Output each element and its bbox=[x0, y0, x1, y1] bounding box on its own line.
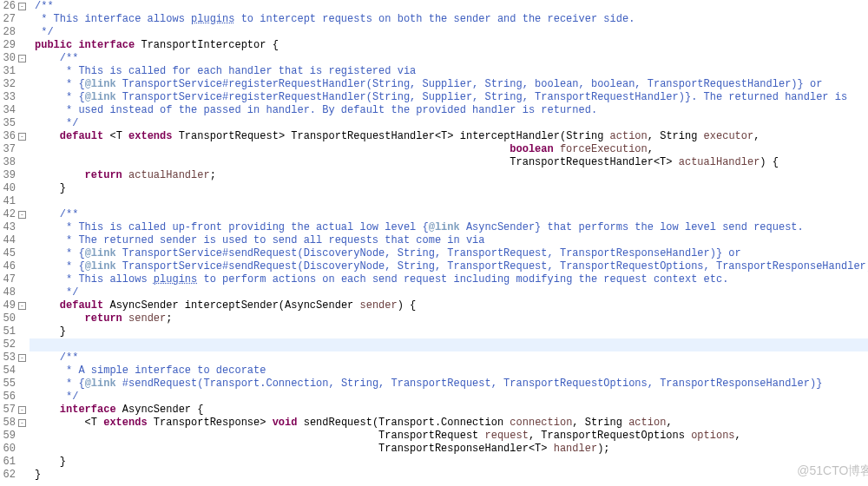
code-line[interactable]: * The returned sender is used to send al… bbox=[30, 234, 868, 247]
code-line[interactable]: * This is called for each handler that i… bbox=[30, 65, 868, 78]
code-line[interactable]: return sender; bbox=[30, 312, 868, 325]
code-line[interactable]: */ bbox=[30, 26, 868, 39]
code-line[interactable]: * This allows plugins to perform actions… bbox=[30, 273, 868, 286]
fold-icon[interactable]: - bbox=[18, 419, 26, 427]
code-line[interactable]: TransportRequestHandler<T> actualHandler… bbox=[30, 156, 868, 169]
fold-icon[interactable]: - bbox=[18, 302, 26, 310]
line-number: 52 bbox=[0, 338, 26, 351]
line-number: 49- bbox=[0, 299, 26, 312]
line-number: 57- bbox=[0, 404, 26, 417]
line-number: 31 bbox=[0, 65, 26, 78]
code-line[interactable]: * {@link TransportService#sendRequest(Di… bbox=[30, 260, 868, 273]
code-line[interactable]: } bbox=[30, 456, 868, 469]
line-number: 34 bbox=[0, 104, 26, 117]
code-line[interactable]: * used instead of the passed in handler.… bbox=[30, 104, 868, 117]
code-line[interactable]: TransportResponseHandler<T> handler); bbox=[30, 443, 868, 456]
code-line[interactable]: return actualHandler; bbox=[30, 169, 868, 182]
code-line[interactable]: interface AsyncSender { bbox=[30, 404, 868, 417]
code-line[interactable]: <T extends TransportResponse> void sendR… bbox=[30, 417, 868, 430]
line-number: 47 bbox=[0, 273, 26, 286]
line-number: 35 bbox=[0, 117, 26, 130]
line-number: 32 bbox=[0, 78, 26, 91]
line-number: 28 bbox=[0, 26, 26, 39]
fold-icon[interactable]: - bbox=[18, 406, 26, 414]
fold-icon[interactable]: - bbox=[18, 133, 26, 141]
code-line[interactable]: /** bbox=[30, 208, 868, 221]
line-number: 62 bbox=[0, 469, 26, 482]
fold-icon[interactable]: - bbox=[18, 211, 26, 219]
line-number: 42- bbox=[0, 208, 26, 221]
line-number: 38 bbox=[0, 156, 26, 169]
line-number: 43 bbox=[0, 221, 26, 234]
line-number: 61 bbox=[0, 456, 26, 469]
line-number: 27 bbox=[0, 13, 26, 26]
code-line[interactable]: default AsyncSender interceptSender(Asyn… bbox=[30, 299, 868, 312]
code-line[interactable]: * This is called up-front providing the … bbox=[30, 221, 868, 234]
line-number: 46 bbox=[0, 260, 26, 273]
line-number: 45 bbox=[0, 247, 26, 260]
code-line[interactable]: default <T extends TransportRequest> Tra… bbox=[30, 130, 868, 143]
code-line[interactable] bbox=[30, 338, 868, 351]
line-number: 48 bbox=[0, 286, 26, 299]
code-line[interactable]: * {@link TransportService#sendRequest(Di… bbox=[30, 247, 868, 260]
watermark: @51CTO博客 bbox=[797, 463, 868, 479]
line-number: 53- bbox=[0, 351, 26, 364]
line-number: 26- bbox=[0, 0, 26, 13]
fold-icon[interactable]: - bbox=[18, 55, 26, 62]
code-line[interactable]: boolean forceExecution, bbox=[30, 143, 868, 156]
line-number: 54 bbox=[0, 364, 26, 378]
code-line[interactable]: /** bbox=[30, 0, 868, 13]
line-number: 36- bbox=[0, 130, 26, 143]
code-line[interactable]: * This interface allows plugins to inter… bbox=[30, 13, 868, 26]
line-number: 59 bbox=[0, 430, 26, 443]
line-number: 39 bbox=[0, 169, 26, 182]
line-number: 44 bbox=[0, 234, 26, 247]
code-line[interactable]: } bbox=[30, 469, 868, 482]
code-editor: 26-27282930-313233343536-373839404142-43… bbox=[0, 0, 868, 486]
fold-icon[interactable]: - bbox=[18, 3, 26, 10]
line-number: 33 bbox=[0, 91, 26, 104]
code-line[interactable]: */ bbox=[30, 117, 868, 130]
line-number: 51 bbox=[0, 325, 26, 338]
code-line[interactable]: /** bbox=[30, 351, 868, 364]
code-line[interactable]: /** bbox=[30, 52, 868, 65]
line-number: 58- bbox=[0, 417, 26, 430]
line-number: 55 bbox=[0, 378, 26, 391]
line-number: 30- bbox=[0, 52, 26, 65]
line-number: 37 bbox=[0, 143, 26, 156]
line-number: 41 bbox=[0, 195, 26, 208]
code-line[interactable]: */ bbox=[30, 391, 868, 404]
code-line[interactable]: } bbox=[30, 182, 868, 195]
code-line[interactable]: * {@link #sendRequest(Transport.Connecti… bbox=[30, 378, 868, 391]
line-number: 29 bbox=[0, 39, 26, 52]
code-line[interactable]: TransportRequest request, TransportReque… bbox=[30, 430, 868, 443]
code-line[interactable]: public interface TransportInterceptor { bbox=[30, 39, 868, 52]
code-line[interactable]: * {@link TransportService#registerReques… bbox=[30, 78, 868, 91]
line-number: 50 bbox=[0, 312, 26, 325]
line-number: 60 bbox=[0, 443, 26, 456]
code-line[interactable]: */ bbox=[30, 286, 868, 299]
line-gutter: 26-27282930-313233343536-373839404142-43… bbox=[0, 0, 30, 486]
code-line[interactable] bbox=[30, 195, 868, 208]
code-line[interactable]: * A simple interface to decorate bbox=[30, 364, 868, 378]
line-number: 40 bbox=[0, 182, 26, 195]
fold-icon[interactable]: - bbox=[18, 354, 26, 362]
code-line[interactable]: * {@link TransportService#registerReques… bbox=[30, 91, 868, 104]
line-number: 56 bbox=[0, 391, 26, 404]
code-area[interactable]: /** * This interface allows plugins to i… bbox=[30, 0, 868, 486]
code-line[interactable]: } bbox=[30, 325, 868, 338]
